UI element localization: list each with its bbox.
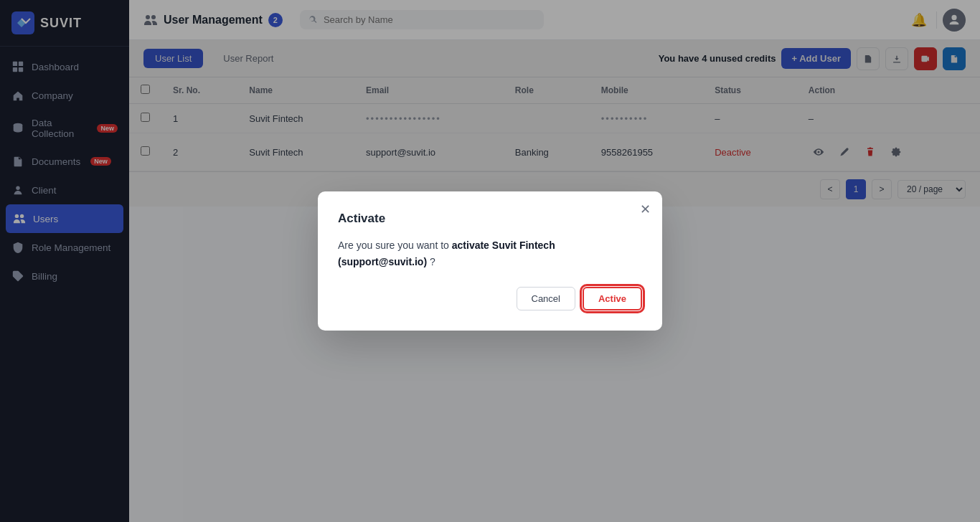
modal-overlay: ✕ Activate Are you sure you want to acti… <box>0 0 980 522</box>
modal-body: Are you sure you want to activate Suvit … <box>338 237 642 270</box>
modal-close-button[interactable]: ✕ <box>640 201 651 217</box>
cancel-button[interactable]: Cancel <box>517 287 575 310</box>
modal-title: Activate <box>338 212 642 226</box>
activate-modal: ✕ Activate Are you sure you want to acti… <box>318 191 662 331</box>
confirm-active-button[interactable]: Active <box>583 287 642 310</box>
modal-prefix: Are you sure you want to <box>338 239 449 251</box>
modal-suffix: ? <box>430 256 435 267</box>
modal-footer: Cancel Active <box>338 287 642 310</box>
